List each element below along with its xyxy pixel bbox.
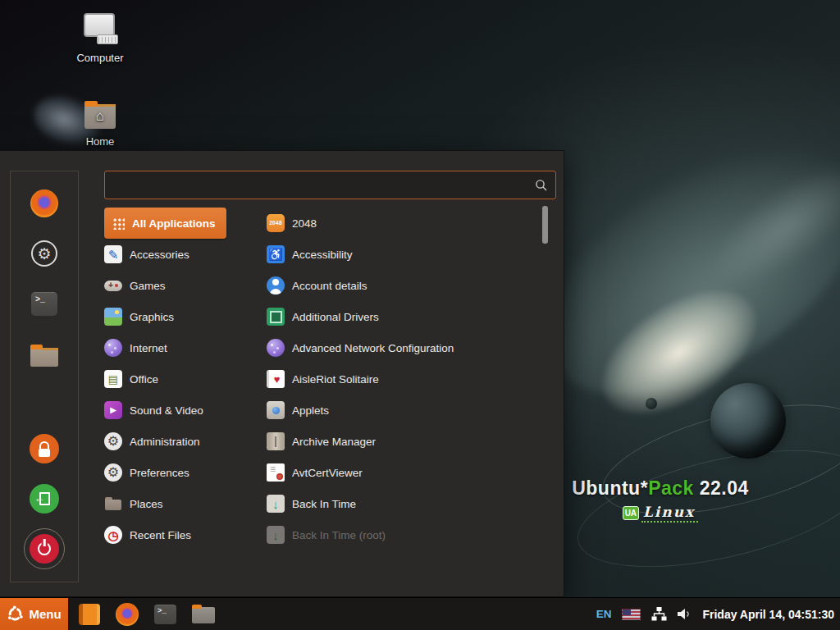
power-icon — [30, 534, 59, 564]
app-label: Advanced Network Configuration — [292, 342, 454, 354]
app-item-2048[interactable]: 2048 2048 — [267, 208, 537, 239]
desktop-icon-label: Computer — [76, 52, 123, 64]
app-item-advanced-network-configuration[interactable]: Advanced Network Configuration — [267, 332, 537, 363]
category-games[interactable]: + Games — [104, 270, 258, 301]
app-label: Archive Manager — [292, 436, 376, 448]
ubuntu-logo-icon — [7, 605, 24, 623]
ua-badge: UA — [623, 506, 639, 520]
terminal-icon: >_ — [154, 605, 176, 624]
category-all-applications[interactable]: All Applications — [104, 208, 226, 239]
logout-icon — [30, 484, 59, 514]
category-label: Sound & Video — [130, 404, 203, 417]
archive-icon — [267, 432, 285, 450]
brand-title: Ubuntu*Pack 22.04 — [570, 477, 751, 500]
launcher-firefox[interactable] — [116, 603, 139, 626]
desktop-icon-computer[interactable]: Computer — [67, 11, 133, 64]
menu-button[interactable]: Menu — [0, 598, 68, 630]
package-icon — [79, 604, 100, 625]
system-tray: EN Friday April 14, 04:51:30 — [596, 607, 840, 621]
document-icon: ▤ — [104, 370, 122, 388]
app-item-avtcertviewer[interactable]: AvtCertViewer — [267, 457, 537, 488]
app-label: Applets — [292, 404, 329, 417]
application-menu: ⚙ >_ All Applications — [0, 150, 564, 597]
favorite-system-settings[interactable]: ⚙ — [27, 236, 62, 271]
globe-icon — [104, 339, 122, 357]
terminal-icon: >_ — [31, 292, 57, 316]
user-icon — [267, 276, 285, 294]
app-item-archive-manager[interactable]: Archive Manager — [267, 426, 537, 457]
desktop-icon-label: Home — [86, 135, 115, 148]
chip-icon — [267, 308, 285, 326]
keyboard-layout-indicator[interactable]: EN — [596, 608, 612, 620]
category-internet[interactable]: Internet — [104, 332, 258, 363]
volume-icon[interactable] — [678, 608, 692, 620]
favorites-panel: ⚙ >_ — [10, 171, 79, 582]
app-item-aisleriot-solitaire[interactable]: ♥ AisleRiot Solitaire — [267, 363, 537, 395]
app-label: 2048 — [292, 217, 317, 230]
app-item-back-in-time[interactable]: ↓ Back In Time — [267, 488, 537, 519]
category-office[interactable]: ▤ Office — [104, 363, 258, 395]
category-label: Accessories — [130, 249, 189, 261]
folder-icon — [192, 605, 215, 623]
backup-icon: ↓ — [267, 495, 285, 513]
2048-icon: 2048 — [267, 214, 285, 232]
favorite-terminal[interactable]: >_ — [27, 286, 62, 321]
category-accessories[interactable]: ✎ Accessories — [104, 239, 258, 270]
linux-script: Linux — [641, 504, 698, 523]
app-item-applets[interactable]: Applets — [267, 395, 537, 426]
grid-icon — [112, 217, 125, 230]
app-item-accessibility[interactable]: ♿ Accessibility — [267, 239, 537, 270]
launcher-terminal[interactable]: >_ — [154, 605, 176, 624]
category-label: Internet — [130, 342, 167, 354]
logout-button[interactable] — [27, 482, 62, 516]
lock-icon — [30, 434, 59, 463]
category-label: Office — [130, 373, 158, 386]
app-item-account-details[interactable]: Account details — [267, 270, 537, 301]
app-item-additional-drivers[interactable]: Additional Drivers — [267, 301, 537, 332]
category-graphics[interactable]: Graphics — [104, 301, 258, 332]
clock-icon: ◷ — [104, 526, 122, 544]
category-sound-video[interactable]: ▶ Sound & Video — [104, 395, 258, 426]
applications-column: 2048 2048 ♿ Accessibility Account detail… — [267, 208, 537, 550]
favorite-firefox[interactable] — [27, 186, 62, 221]
network-icon[interactable] — [651, 607, 667, 621]
play-icon: ▶ — [104, 401, 122, 419]
category-label: All Applications — [132, 217, 216, 230]
globe-icon — [267, 339, 285, 357]
scrollbar-thumb[interactable] — [542, 206, 548, 244]
card-heart-icon: ♥ — [267, 370, 285, 388]
home-folder-icon: ⌂ — [82, 100, 118, 131]
us-flag-icon[interactable] — [622, 609, 641, 620]
search-bar — [104, 171, 556, 199]
desktop-icon-home[interactable]: ⌂ Home — [67, 100, 133, 148]
category-label: Graphics — [130, 311, 174, 323]
category-label: Preferences — [130, 467, 189, 479]
search-input[interactable] — [105, 179, 535, 192]
firefox-icon — [30, 189, 58, 217]
category-preferences[interactable]: ⚙ Preferences — [104, 457, 258, 488]
app-label: Accessibility — [292, 249, 353, 261]
app-label: AvtCertViewer — [292, 467, 363, 479]
accessibility-icon: ♿ — [267, 245, 285, 263]
firefox-icon — [116, 603, 139, 626]
app-label: Account details — [292, 280, 368, 292]
gamepad-icon: + — [104, 281, 122, 291]
search-icon — [535, 179, 548, 192]
app-label: Additional Drivers — [292, 311, 379, 323]
shutdown-button[interactable] — [27, 532, 62, 566]
favorite-files[interactable] — [27, 336, 62, 371]
applet-icon — [267, 401, 285, 419]
app-label: Back In Time — [292, 498, 356, 510]
category-places[interactable]: Places — [104, 488, 258, 519]
app-item-back-in-time-root[interactable]: ↓ Back In Time (root) — [267, 519, 537, 550]
category-administration[interactable]: ⚙ Administration — [104, 426, 258, 457]
lock-screen-button[interactable] — [27, 431, 62, 466]
categories-column: All Applications ✎ Accessories + Games G… — [104, 208, 258, 550]
gear-icon: ⚙ — [104, 463, 122, 482]
gear-icon: ⚙ — [31, 240, 57, 267]
launcher-files[interactable] — [192, 605, 215, 623]
clock[interactable]: Friday April 14, 04:51:30 — [702, 608, 834, 621]
category-label: Recent Files — [130, 529, 191, 541]
category-recent-files[interactable]: ◷ Recent Files — [104, 519, 258, 550]
launcher-package[interactable] — [79, 604, 100, 625]
